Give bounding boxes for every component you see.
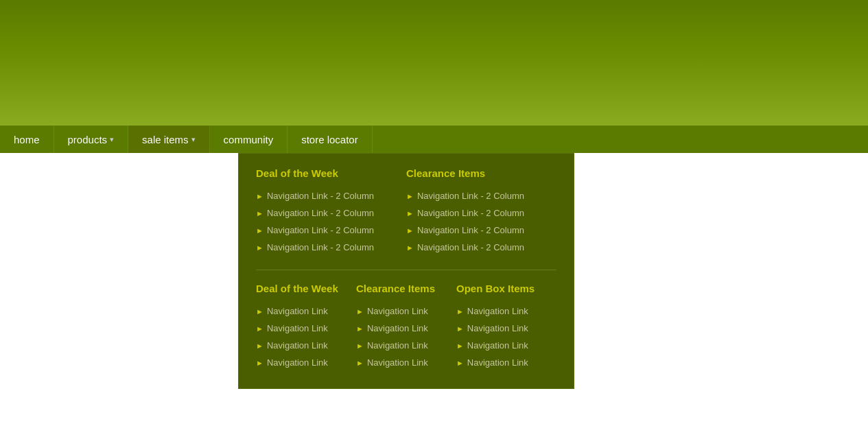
dropdown-3col-2: Clearance Items ► Navigation Link ► Navi… [356, 283, 456, 371]
navbar: home products ▾ sale items ▾ community s… [0, 126, 868, 153]
link-arrow-icon: ► [256, 307, 263, 316]
nav-label-home: home [14, 134, 40, 145]
section-divider [256, 270, 556, 270]
link-arrow-icon: ► [456, 359, 464, 367]
heading-open-box: Open Box Items [456, 283, 556, 294]
link-label: Navigation Link [467, 306, 528, 316]
link-arrow-icon: ► [356, 342, 364, 350]
nav-item-community[interactable]: community [210, 126, 288, 153]
heading-deal-of-week-1: Deal of the Week [256, 167, 406, 179]
list-item[interactable]: ► Navigation Link - 2 Column [256, 187, 406, 204]
dropdown-section-3col: Deal of the Week ► Navigation Link ► Nav… [256, 283, 556, 371]
link-label: Navigation Link - 2 Column [417, 225, 524, 235]
nav-label-sale-items: sale items [142, 134, 189, 145]
dropdown-3col-1: Deal of the Week ► Navigation Link ► Nav… [256, 283, 356, 371]
list-item[interactable]: ► Navigation Link [456, 354, 556, 371]
link-label: Navigation Link - 2 Column [267, 225, 374, 235]
heading-deal-of-week-2: Deal of the Week [256, 283, 356, 294]
link-label: Navigation Link [267, 340, 328, 351]
list-item[interactable]: ► Navigation Link [356, 337, 456, 354]
link-arrow-icon: ► [406, 226, 414, 235]
heading-clearance-2: Clearance Items [356, 283, 456, 294]
link-arrow-icon: ► [406, 209, 414, 217]
list-item[interactable]: ► Navigation Link [256, 354, 356, 371]
link-label: Navigation Link - 2 Column [417, 242, 524, 252]
list-item[interactable]: ► Navigation Link - 2 Column [406, 187, 556, 204]
top-banner [0, 0, 868, 126]
list-item[interactable]: ► Navigation Link [456, 320, 556, 337]
link-label: Navigation Link [367, 340, 428, 351]
dropdown-col2: Clearance Items ► Navigation Link - 2 Co… [406, 167, 556, 256]
dropdown-col1: Deal of the Week ► Navigation Link - 2 C… [256, 167, 406, 256]
link-arrow-icon: ► [406, 192, 414, 200]
link-label: Navigation Link - 2 Column [267, 242, 374, 252]
nav-item-sale-items[interactable]: sale items ▾ [128, 126, 210, 153]
link-label: Navigation Link [267, 323, 328, 333]
nav-label-store-locator: store locator [301, 134, 358, 145]
link-arrow-icon: ► [256, 359, 263, 367]
link-label: Navigation Link [467, 323, 528, 333]
link-label: Navigation Link [367, 306, 428, 316]
link-arrow-icon: ► [256, 209, 263, 217]
products-arrow-icon: ▾ [110, 135, 114, 144]
link-label: Navigation Link - 2 Column [417, 208, 524, 218]
dropdown-section-2col: Deal of the Week ► Navigation Link - 2 C… [256, 167, 556, 256]
link-arrow-icon: ► [456, 324, 464, 333]
list-item[interactable]: ► Navigation Link - 2 Column [256, 204, 406, 222]
nav-item-store-locator[interactable]: store locator [288, 126, 373, 153]
link-arrow-icon: ► [356, 307, 364, 316]
link-label: Navigation Link - 2 Column [417, 191, 524, 201]
list-item[interactable]: ► Navigation Link [256, 320, 356, 337]
list-item[interactable]: ► Navigation Link [256, 337, 356, 354]
nav-label-products: products [68, 134, 108, 145]
link-arrow-icon: ► [256, 192, 263, 200]
link-arrow-icon: ► [356, 359, 364, 367]
link-arrow-icon: ► [356, 324, 364, 333]
link-label: Navigation Link [467, 340, 528, 351]
link-label: Navigation Link [267, 357, 328, 368]
list-item[interactable]: ► Navigation Link - 2 Column [406, 222, 556, 239]
link-arrow-icon: ► [256, 226, 263, 235]
list-item[interactable]: ► Navigation Link [356, 354, 456, 371]
link-arrow-icon: ► [256, 324, 263, 333]
list-item[interactable]: ► Navigation Link - 2 Column [256, 239, 406, 256]
list-item[interactable]: ► Navigation Link [356, 320, 456, 337]
list-item[interactable]: ► Navigation Link - 2 Column [406, 204, 556, 222]
list-item[interactable]: ► Navigation Link [456, 337, 556, 354]
link-arrow-icon: ► [456, 342, 464, 350]
nav-item-products[interactable]: products ▾ [54, 126, 129, 153]
link-arrow-icon: ► [256, 342, 263, 350]
list-item[interactable]: ► Navigation Link [456, 303, 556, 320]
dropdown-3col-3: Open Box Items ► Navigation Link ► Navig… [456, 283, 556, 371]
nav-label-community: community [224, 134, 274, 145]
link-label: Navigation Link [267, 306, 328, 316]
link-arrow-icon: ► [406, 244, 414, 252]
sale-items-dropdown: Deal of the Week ► Navigation Link - 2 C… [238, 153, 574, 389]
link-label: Navigation Link - 2 Column [267, 191, 374, 201]
link-arrow-icon: ► [456, 307, 464, 316]
link-label: Navigation Link [467, 357, 528, 368]
link-label: Navigation Link [367, 323, 428, 333]
nav-item-home[interactable]: home [0, 126, 54, 153]
list-item[interactable]: ► Navigation Link - 2 Column [256, 222, 406, 239]
heading-clearance-1: Clearance Items [406, 167, 556, 179]
sale-items-arrow-icon: ▾ [191, 135, 196, 144]
list-item[interactable]: ► Navigation Link [356, 303, 456, 320]
list-item[interactable]: ► Navigation Link [256, 303, 356, 320]
list-item[interactable]: ► Navigation Link - 2 Column [406, 239, 556, 256]
link-label: Navigation Link - 2 Column [267, 208, 374, 218]
link-arrow-icon: ► [256, 244, 263, 252]
link-label: Navigation Link [367, 357, 428, 368]
